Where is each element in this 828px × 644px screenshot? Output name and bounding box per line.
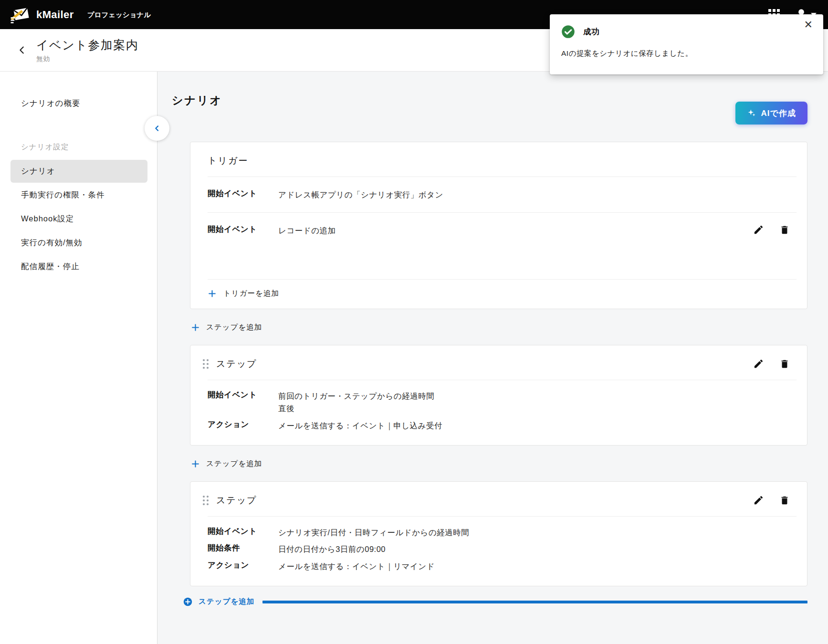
sidebar-item-execution-toggle[interactable]: 実行の有効/無効 xyxy=(10,231,147,254)
sidebar: シナリオの概要 シナリオ設定 シナリオ 手動実行の権限・条件 Webhook設定… xyxy=(0,72,157,644)
trigger-row-value: アドレス帳アプリの「シナリオ実行」ボタン xyxy=(278,188,443,201)
add-step-button[interactable]: ステップを追加 xyxy=(191,459,807,469)
sidebar-item-webhook-settings[interactable]: Webhook設定 xyxy=(10,208,147,230)
step-row-label: アクション xyxy=(208,419,278,430)
drag-handle-icon[interactable] xyxy=(202,495,210,506)
trigger-row-label: 開始イベント xyxy=(208,188,278,199)
step-insert-line xyxy=(262,601,807,603)
sparkle-icon xyxy=(747,108,756,118)
delete-step-button[interactable] xyxy=(779,359,790,369)
step-row-label: 開始条件 xyxy=(208,543,278,553)
sidebar-item-scenario-overview[interactable]: シナリオの概要 xyxy=(0,93,157,114)
success-check-icon xyxy=(561,25,575,39)
add-trigger-button[interactable]: トリガーを追加 xyxy=(190,280,807,309)
delete-trigger-button[interactable] xyxy=(779,225,790,235)
add-step-button[interactable]: ステップを追加 xyxy=(191,322,807,332)
trigger-row-label: 開始イベント xyxy=(208,224,278,235)
kmailer-logo-icon xyxy=(10,4,31,25)
trigger-row: 開始イベント レコードの追加 xyxy=(190,213,807,279)
page-title: イベント参加案内 xyxy=(36,37,138,53)
trigger-row: 開始イベント アドレス帳アプリの「シナリオ実行」ボタン xyxy=(190,177,807,212)
step-row: 開始イベント シナリオ実行/日付・日時フィールドからの経過時間 xyxy=(208,526,790,539)
sidebar-item-scenario[interactable]: シナリオ xyxy=(10,160,147,183)
toast-message: AIの提案をシナリオに保存しました。 xyxy=(561,49,812,59)
step-card: ステップ 開始イベント 前回のトリガー・ステップからの経過時間 直後 xyxy=(190,345,807,446)
step-card-title: ステップ xyxy=(216,358,257,370)
back-button[interactable] xyxy=(13,42,31,59)
step-row-value: 前回のトリガー・ステップからの経過時間 直後 xyxy=(278,390,434,415)
trigger-card-title: トリガー xyxy=(208,155,248,167)
success-toast: 成功 ✕ AIの提案をシナリオに保存しました。 xyxy=(550,14,823,74)
plan-label: プロフェッショナル xyxy=(87,10,151,20)
plus-icon xyxy=(208,289,217,298)
step-row: 開始イベント 前回のトリガー・ステップからの経過時間 直後 xyxy=(208,390,790,415)
step-row-value: シナリオ実行/日付・日時フィールドからの経過時間 xyxy=(278,526,469,539)
delete-step-button[interactable] xyxy=(779,495,790,506)
edit-step-button[interactable] xyxy=(753,358,764,369)
step-row-label: アクション xyxy=(208,560,278,571)
edit-trigger-button[interactable] xyxy=(753,224,764,235)
step-row-label: 開始イベント xyxy=(208,390,278,400)
add-step-bottom-button[interactable]: ステップを追加 xyxy=(183,597,807,607)
sidebar-item-delivery-history[interactable]: 配信履歴・停止 xyxy=(10,255,147,278)
brand-name: kMailer xyxy=(36,9,74,21)
trigger-row-value: レコードの追加 xyxy=(278,224,336,237)
step-card-title: ステップ xyxy=(216,494,257,507)
scenario-main-panel: シナリオ AIで作成 トリガー 開始イベント アドレス帳アプリの「シナリオ実行」… xyxy=(158,72,828,644)
step-row: アクション メールを送信する：イベント｜申し込み受付 xyxy=(208,419,790,432)
sidebar-collapse-button[interactable] xyxy=(145,116,169,141)
close-icon[interactable]: ✕ xyxy=(801,19,816,31)
circle-plus-icon xyxy=(183,597,192,606)
sidebar-section-title: シナリオ設定 xyxy=(0,137,157,159)
status-label: 無効 xyxy=(36,55,138,63)
toast-title: 成功 xyxy=(583,27,600,37)
drag-handle-icon[interactable] xyxy=(202,358,210,370)
step-row-value: メールを送信する：イベント｜リマインド xyxy=(278,560,435,572)
edit-step-button[interactable] xyxy=(753,495,764,506)
step-row-value: メールを送信する：イベント｜申し込み受付 xyxy=(278,419,442,432)
step-card: ステップ 開始イベント シナリオ実行/日付・日時フィールドからの経過時間 xyxy=(190,481,807,586)
ai-create-button[interactable]: AIで作成 xyxy=(735,102,807,125)
plus-icon xyxy=(191,459,200,468)
step-row-label: 開始イベント xyxy=(208,526,278,537)
step-row: アクション メールを送信する：イベント｜リマインド xyxy=(208,560,790,572)
section-heading: シナリオ xyxy=(172,93,222,108)
sidebar-item-manual-exec-permissions[interactable]: 手動実行の権限・条件 xyxy=(10,184,147,207)
step-row: 開始条件 日付の日付から3日前の09:00 xyxy=(208,543,790,555)
step-row-value: 日付の日付から3日前の09:00 xyxy=(278,543,386,555)
trigger-card: トリガー 開始イベント アドレス帳アプリの「シナリオ実行」ボタン 開始イベント … xyxy=(190,142,807,309)
plus-icon xyxy=(191,323,200,332)
